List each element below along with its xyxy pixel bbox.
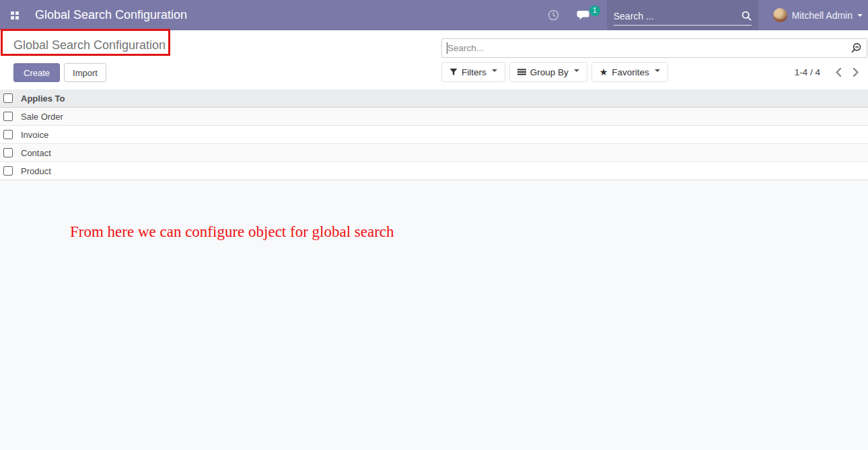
star-icon: ★ <box>600 67 608 77</box>
row-checkbox[interactable] <box>3 166 13 176</box>
breadcrumb: Global Search Configuration <box>0 30 441 61</box>
activities-button[interactable] <box>539 0 568 30</box>
filters-row: Filters Group By ★ Favorites <box>441 62 867 82</box>
chevron-down-icon <box>655 69 660 72</box>
column-header-applies-to: Applies To <box>21 93 65 104</box>
chevron-down-icon <box>857 14 863 17</box>
row-checkbox[interactable] <box>3 148 13 157</box>
action-buttons: Create Import <box>0 61 441 82</box>
filter-buttons: Filters Group By ★ Favorites <box>441 62 668 82</box>
navbar-search-input[interactable] <box>614 11 725 22</box>
filters-button[interactable]: Filters <box>441 62 505 82</box>
row-label: Sale Order <box>21 112 63 122</box>
avatar <box>773 8 787 22</box>
apps-menu-button[interactable] <box>0 0 30 30</box>
control-panel-right: Filters Group By ★ Favorites <box>441 30 868 89</box>
table-body: Sale Order Invoice Contact Product <box>0 108 868 180</box>
funnel-icon <box>449 68 458 76</box>
row-checkbox[interactable] <box>3 112 13 121</box>
messages-badge: 1 <box>589 5 600 16</box>
top-navbar: Global Search Configuration 1 <box>0 0 868 30</box>
text-cursor <box>447 42 447 54</box>
pager-next-button[interactable] <box>847 67 865 77</box>
app-title: Global Search Configuration <box>35 8 187 22</box>
user-name: Mitchell Admin <box>792 10 853 21</box>
row-label: Contact <box>21 148 51 158</box>
pager-range: 1-4 / 4 <box>795 67 820 77</box>
search-options-icon[interactable] <box>851 42 862 54</box>
row-label: Product <box>21 166 51 176</box>
select-all-checkbox[interactable] <box>3 93 13 103</box>
table-row[interactable]: Sale Order <box>0 108 868 126</box>
favorites-label: Favorites <box>612 67 649 77</box>
navbar-left: Global Search Configuration <box>0 0 187 30</box>
pager: 1-4 / 4 <box>795 67 867 77</box>
table-row[interactable]: Contact <box>0 144 868 162</box>
favorites-button[interactable]: ★ Favorites <box>591 62 668 82</box>
row-label: Invoice <box>21 130 48 140</box>
table-header-row: Applies To <box>0 89 868 108</box>
breadcrumb-current: Global Search Configuration <box>13 38 166 52</box>
import-button[interactable]: Import <box>64 63 106 82</box>
user-menu[interactable]: Mitchell Admin <box>758 0 868 30</box>
control-panel-left: Global Search Configuration Create Impor… <box>0 30 441 89</box>
chevron-down-icon <box>574 69 579 72</box>
apps-grid-icon <box>11 11 19 20</box>
annotation-note: From here we can configure object for gl… <box>0 180 868 241</box>
navbar-search <box>607 0 758 30</box>
navbar-right: 1 Mitchell Admin <box>539 0 868 30</box>
group-by-button[interactable]: Group By <box>509 62 587 82</box>
odoo-window: Global Search Configuration 1 <box>0 0 868 450</box>
filters-label: Filters <box>462 67 486 77</box>
table-row[interactable]: Product <box>0 162 868 180</box>
list-search-input[interactable] <box>442 43 851 53</box>
create-button[interactable]: Create <box>13 63 60 82</box>
list-view: Applies To Sale Order Invoice Contact Pr… <box>0 89 868 180</box>
group-by-icon <box>517 68 526 76</box>
clock-icon <box>548 9 559 21</box>
group-by-label: Group By <box>530 67 569 77</box>
content-below-list: From here we can configure object for gl… <box>0 180 868 450</box>
search-icon[interactable] <box>742 11 752 21</box>
row-checkbox[interactable] <box>3 130 13 139</box>
pager-previous-button[interactable] <box>830 67 847 77</box>
messages-button[interactable]: 1 <box>568 0 600 30</box>
list-search-box <box>441 38 867 58</box>
table-row[interactable]: Invoice <box>0 126 868 144</box>
control-panel: Global Search Configuration Create Impor… <box>0 30 868 89</box>
chevron-down-icon <box>492 69 497 72</box>
